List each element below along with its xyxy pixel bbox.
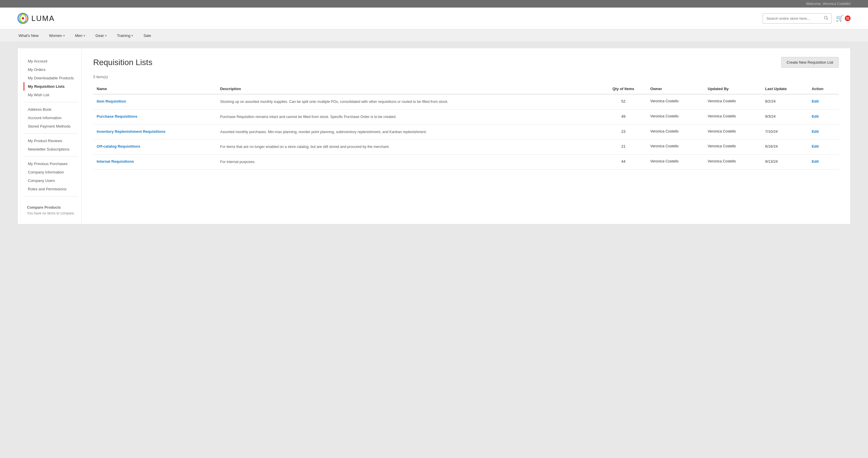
welcome-link[interactable]: Welcome, Veronica Costello! (806, 2, 850, 6)
search-icon (824, 16, 829, 20)
compare-section: Compare Products You have no items to co… (24, 199, 81, 216)
header-right: 🛒 31 (763, 13, 850, 24)
logo-area[interactable]: LUMA (18, 13, 55, 24)
req-name-3[interactable]: Off-catalog Requisitions (97, 144, 140, 148)
sidebar-item-my-orders[interactable]: My Orders (24, 65, 81, 74)
req-updated-by-0: Veronica Costello (704, 94, 762, 109)
compare-empty: You have no items to compare. (27, 211, 78, 216)
req-qty-2: 23 (600, 124, 647, 140)
sidebar-item-stored-payment-methods[interactable]: Stored Payment Methods (24, 122, 81, 131)
sidebar-item-my-previous-purchases[interactable]: My Previous Purchases (24, 160, 81, 168)
req-owner-3: Veronica Costello (647, 140, 704, 154)
table-header: Name Description Qty of Items Owner Upda… (93, 84, 839, 94)
req-edit-0[interactable]: Edit (812, 99, 819, 104)
req-last-update-1: 9/3/24 (762, 109, 808, 124)
req-updated-by-3: Veronica Costello (704, 140, 762, 154)
req-name-4[interactable]: Internal Requisitions (97, 159, 134, 164)
req-owner-4: Veronica Costello (647, 154, 704, 170)
sidebar-item-company-users[interactable]: Company Users (24, 176, 81, 185)
sidebar-section-company: My Previous Purchases Company Informatio… (24, 160, 81, 193)
compare-title: Compare Products (27, 205, 78, 209)
table-row: Item Requisition Stocking up on assorted… (93, 94, 839, 109)
table-body: Item Requisition Stocking up on assorted… (93, 94, 839, 169)
sidebar: My Account My Orders My Downloadable Pro… (18, 48, 82, 224)
page-title: Requisition Lists (93, 58, 152, 67)
req-desc-4: For internal purposes. (220, 160, 255, 164)
header: LUMA 🛒 31 (0, 7, 868, 29)
nav-item-women[interactable]: Women ▾ (48, 29, 66, 42)
col-updated-by: Updated By (704, 84, 762, 94)
req-owner-1: Veronica Costello (647, 109, 704, 124)
sidebar-item-newsletter-subscriptions[interactable]: Newsletter Subscriptions (24, 145, 81, 153)
req-name-0[interactable]: Item Requisition (97, 99, 126, 104)
sidebar-item-company-information[interactable]: Company Information (24, 168, 81, 176)
req-edit-1[interactable]: Edit (812, 114, 819, 119)
req-edit-4[interactable]: Edit (812, 159, 819, 164)
table-row: Inventory Replenishment Requisitions Ass… (93, 124, 839, 140)
luma-logo-icon (18, 13, 28, 24)
sidebar-item-my-product-reviews[interactable]: My Product Reviews (24, 137, 81, 145)
requisition-table: Name Description Qty of Items Owner Upda… (93, 84, 839, 170)
sidebar-section-account: My Account My Orders My Downloadable Pro… (24, 57, 81, 99)
col-last-update: Last Update (762, 84, 808, 94)
sidebar-section-settings: Address Book Account Information Stored … (24, 105, 81, 131)
col-description: Description (217, 84, 600, 94)
page-title-row: Requisition Lists Create New Requisition… (93, 57, 839, 68)
main-content: Requisition Lists Create New Requisition… (82, 48, 850, 224)
svg-point-1 (22, 17, 24, 20)
req-last-update-2: 7/10/24 (762, 124, 808, 140)
req-name-1[interactable]: Purchase Requisitions (97, 114, 137, 119)
sidebar-item-my-downloadable-products[interactable]: My Downloadable Products (24, 74, 81, 82)
top-bar: Welcome, Veronica Costello! (0, 0, 868, 7)
req-desc-1: Purchase Requisition remains intact and … (220, 115, 396, 119)
search-box (763, 13, 832, 24)
sidebar-item-address-book[interactable]: Address Book (24, 105, 81, 114)
req-last-update-4: 9/13/24 (762, 154, 808, 170)
req-qty-1: 49 (600, 109, 647, 124)
req-qty-0: 52 (600, 94, 647, 109)
req-owner-2: Veronica Costello (647, 124, 704, 140)
chevron-down-icon: ▾ (63, 34, 65, 37)
req-desc-0: Stocking up on assorted monthly supplies… (220, 100, 448, 104)
sidebar-item-roles-and-permissions[interactable]: Roles and Permissions (24, 185, 81, 193)
req-updated-by-2: Veronica Costello (704, 124, 762, 140)
page-inner: My Account My Orders My Downloadable Pro… (18, 48, 850, 224)
req-edit-3[interactable]: Edit (812, 144, 819, 148)
sidebar-section-reviews: My Product Reviews Newsletter Subscripti… (24, 137, 81, 153)
table-row: Off-catalog Requisitions For items that … (93, 140, 839, 154)
sidebar-item-my-account[interactable]: My Account (24, 57, 81, 65)
req-desc-3: For items that are no longer enabled on … (220, 145, 390, 149)
table-row: Purchase Requisitions Purchase Requisiti… (93, 109, 839, 124)
req-name-2[interactable]: Inventory Replenishment Requisitions (97, 129, 165, 134)
table-row: Internal Requisitions For internal purpo… (93, 154, 839, 170)
col-qty: Qty of Items (600, 84, 647, 94)
nav-item-sale[interactable]: Sale (142, 29, 152, 42)
col-name: Name (93, 84, 217, 94)
nav-item-whats-new[interactable]: What's New (18, 29, 40, 42)
sidebar-divider-1 (24, 102, 78, 102)
nav-bar: What's New Women ▾ Men ▾ Gear ▾ Training… (0, 29, 868, 42)
chevron-down-icon: ▾ (84, 34, 85, 37)
sidebar-item-my-requisition-lists[interactable]: My Requisition Lists (24, 82, 81, 91)
chevron-down-icon: ▾ (131, 34, 133, 37)
req-last-update-3: 6/16/24 (762, 140, 808, 154)
req-qty-3: 21 (600, 140, 647, 154)
nav-item-men[interactable]: Men ▾ (74, 29, 86, 42)
req-qty-4: 44 (600, 154, 647, 170)
sidebar-item-my-wish-list[interactable]: My Wish List (24, 91, 81, 99)
nav-item-gear[interactable]: Gear ▾ (94, 29, 108, 42)
page-wrapper: My Account My Orders My Downloadable Pro… (18, 48, 850, 224)
cart-area[interactable]: 🛒 31 (836, 15, 850, 22)
sidebar-item-account-information[interactable]: Account Information (24, 114, 81, 122)
create-new-requisition-button[interactable]: Create New Requisition List (781, 57, 839, 68)
req-edit-2[interactable]: Edit (812, 129, 819, 134)
nav-item-training[interactable]: Training ▾ (116, 29, 134, 42)
search-button[interactable] (821, 13, 831, 23)
chevron-down-icon: ▾ (105, 34, 106, 37)
search-input[interactable] (763, 14, 821, 23)
req-updated-by-4: Veronica Costello (704, 154, 762, 170)
col-owner: Owner (647, 84, 704, 94)
req-last-update-0: 8/2/24 (762, 94, 808, 109)
col-action: Action (808, 84, 839, 94)
item-count: 5 item(s) (93, 75, 839, 79)
